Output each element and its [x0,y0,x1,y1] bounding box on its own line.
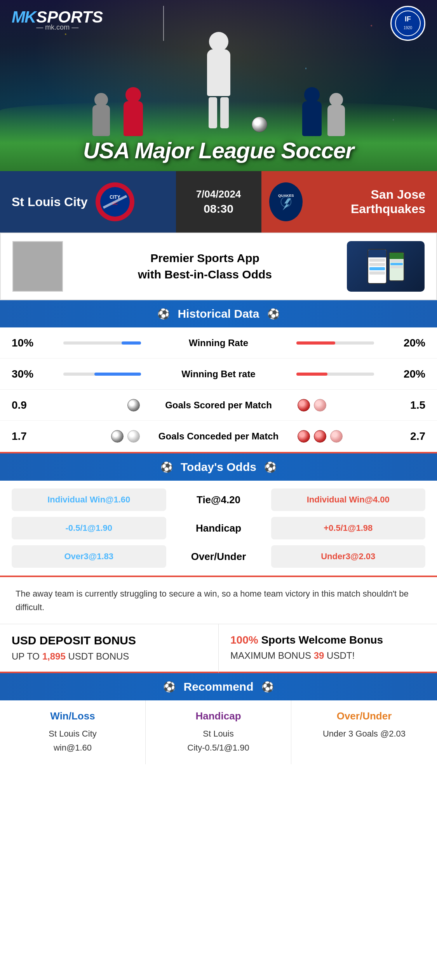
historical-ball-right: ⚽ [267,308,280,320]
historical-header: ⚽ Historical Data ⚽ [0,300,437,327]
odds-section: Individual Win@1.60 Tie@4.20 Individual … [0,481,437,577]
winning-bet-left-bar [43,373,149,376]
goals-scored-label: Goals Scored per Match [149,400,289,411]
match-bar: St Louis City CITY SC 7/04/2024 08:30 QU… [0,171,437,233]
winning-rate-left-val: 10% [12,337,43,349]
winning-rate-left-bar [43,341,149,345]
tie-value: Tie@4.20 [197,494,240,506]
recommend-win-loss-type: Win/Loss [8,710,138,722]
recommend-over-under-line1: Under 3 Goals @2.03 [323,729,406,738]
bonus-section: USD DEPOSIT BONUS UP TO 1,895 USDT BONUS… [0,624,437,673]
ou-label-text: Over/Under [191,551,246,563]
analysis-text: The away team is currently struggling to… [16,589,409,612]
quakes-logo: QUAKES [269,182,303,221]
recommend-ball-right: ⚽ [261,681,274,693]
winning-bet-right-bar [289,373,395,376]
odds-ou-right-btn[interactable]: Under3@2.03 [271,545,426,568]
bonus-right-amount: 39 [314,650,324,661]
historical-header-text: Historical Data [178,307,259,320]
goals-conceded-left-balls [43,430,149,443]
handicap-label-text: Handicap [196,522,241,534]
player-far-left [92,93,110,136]
goals-scored-right-val: 1.5 [394,399,425,411]
odds-handicap-label: Handicap [170,517,267,539]
odds-header: ⚽ Today's Odds ⚽ [0,453,437,481]
main-player [207,32,230,128]
player-left [124,87,143,136]
bonus-right[interactable]: 100% Sports Welcome Bonus MAXIMUM BONUS … [219,624,437,673]
bonus-left-amount: 1,895 [42,651,66,662]
odds-ball-right: ⚽ [264,461,277,473]
goals-conceded-label: Goals Conceded per Match [149,431,289,442]
odds-ball-left: ⚽ [160,461,173,473]
players-area [92,35,345,136]
bonus-left[interactable]: USD DEPOSIT BONUS UP TO 1,895 USDT BONUS [0,624,219,673]
odds-handicap-left-btn[interactable]: -0.5/1@1.90 [12,517,166,539]
bonus-right-title-text: Sports Welcome Bonus [258,634,383,646]
team-right-name: San Jose Earthquakes [310,187,425,216]
team-left: St Louis City CITY SC [0,171,176,233]
winning-bet-row: 30% Winning Bet rate 20% [0,359,437,390]
winning-bet-label: Winning Bet rate [149,369,289,380]
winning-rate-left-fill [122,341,141,345]
goals-conceded-left-val: 1.7 [12,430,43,443]
phone-mockups [347,241,425,292]
recommend-over-under: Over/Under Under 3 Goals @2.03 [291,700,437,764]
team-left-name: St Louis City [12,195,88,209]
player-far-right [327,93,345,136]
recommend-handicap-type: Handicap [153,710,283,722]
winning-bet-left-fill [94,373,141,376]
goals-conceded-right-balls [289,430,395,443]
right-ball-conceded-3 [330,430,343,443]
bonus-right-title: 100% Sports Welcome Bonus [230,634,425,646]
odds-grid: Individual Win@1.60 Tie@4.20 Individual … [0,481,437,576]
player-right [302,87,322,136]
goals-scored-left-val: 0.9 [12,399,43,411]
qr-code [12,241,63,292]
goals-conceded-right-val: 2.7 [394,430,425,443]
right-ball-1 [298,399,310,411]
recommend-handicap: Handicap St Louis City-0.5/1@1.90 [146,700,291,764]
recommend-grid: Win/Loss St Louis City win@1.60 Handicap… [0,700,437,764]
recommend-handicap-detail: St Louis City-0.5/1@1.90 [153,727,283,754]
match-date: 7/04/2024 [196,188,241,200]
recommend-win-loss-line2: win@1.60 [54,743,92,752]
svg-text:IF: IF [405,15,411,23]
match-center: 7/04/2024 08:30 [176,171,261,233]
recommend-header: ⚽ Recommend ⚽ [0,673,437,700]
phone-mock-1 [367,249,387,284]
right-ball-conceded-1 [298,430,310,443]
bonus-right-sub: MAXIMUM BONUS 39 USDT! [230,650,425,661]
left-ball-conceded-1 [111,430,124,443]
hero-title: USA Major League Soccer [0,137,437,163]
goals-scored-right-balls [289,399,395,411]
recommend-win-loss-detail: St Louis City win@1.60 [8,727,138,754]
match-time: 08:30 [204,202,233,215]
recommend-handicap-line2: City-0.5/1@1.90 [187,743,249,752]
goals-scored-row: 0.9 Goals Scored per Match 1.5 [0,390,437,421]
odds-tie-label: Tie@4.20 [170,488,267,511]
app-promo-banner[interactable]: Premier Sports Appwith Best-in-Class Odd… [0,233,437,300]
winning-rate-right-fill [296,341,335,345]
winning-bet-left-val: 30% [12,368,43,380]
bonus-right-pct: 100% [230,634,258,646]
bonus-left-subtitle: UP TO 1,895 USDT BONUS [12,651,207,662]
svg-point-0 [395,11,420,36]
winning-rate-row: 10% Winning Rate 20% [0,327,437,359]
odds-win-left-btn[interactable]: Individual Win@1.60 [12,488,166,511]
odds-ou-left-btn[interactable]: Over3@1.83 [12,545,166,568]
winning-rate-right-bar [289,341,395,345]
right-ball-2 [314,399,326,411]
team-right: QUAKES San Jose Earthquakes [261,171,437,233]
svg-text:1920: 1920 [404,26,413,30]
recommend-ball-left: ⚽ [163,681,176,693]
goals-scored-left-balls [43,399,149,411]
left-ball-conceded-2 [127,430,140,443]
bonus-left-title: USD DEPOSIT BONUS [12,634,207,647]
odds-win-right-btn[interactable]: Individual Win@4.00 [271,488,426,511]
hero-banner: MK SPORTS — mk.com — IF 1920 [0,0,437,171]
app-promo-text: Premier Sports Appwith Best-in-Class Odd… [71,250,339,283]
odds-handicap-right-btn[interactable]: +0.5/1@1.98 [271,517,426,539]
winning-bet-right-val: 20% [394,368,425,380]
empoli-logo: IF 1920 [390,6,425,41]
